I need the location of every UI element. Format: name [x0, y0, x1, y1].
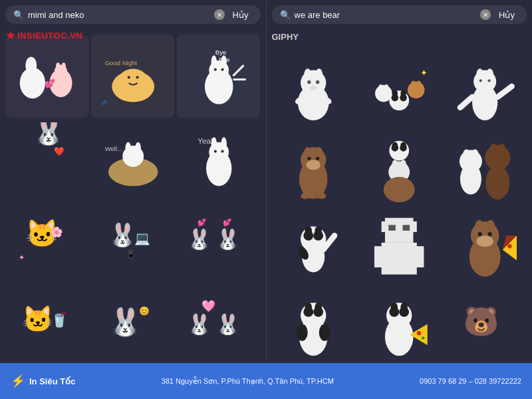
svg-point-31: [125, 142, 131, 154]
logo: ★ INSIEUTOC.VN: [5, 28, 82, 43]
svg-point-105: [463, 149, 470, 159]
right-cancel-button[interactable]: Hủy: [495, 10, 519, 20]
svg-point-4: [27, 68, 37, 78]
svg-point-107: [460, 163, 481, 194]
svg-point-36: [211, 137, 217, 150]
sticker-item[interactable]: 🐰 🐰 🩷: [177, 279, 260, 362]
svg-point-82: [479, 80, 482, 82]
logo-bar: ★ INSIEUTOC.VN: [5, 28, 82, 43]
svg-point-38: [213, 150, 216, 152]
svg-point-68: [384, 84, 388, 92]
left-search-input[interactable]: [28, 10, 210, 20]
left-panel: 🔍 ✕ Hủy ★ INSIEUTOC.VN: [0, 0, 267, 363]
svg-point-23: [221, 68, 223, 71]
right-sticker-grid: ✦: [267, 43, 533, 363]
sticker-item[interactable]: 🐻: [444, 283, 527, 363]
svg-point-14: [136, 76, 138, 79]
svg-rect-125: [382, 243, 417, 275]
sticker-item[interactable]: 💕: [5, 35, 88, 118]
svg-point-151: [400, 303, 408, 311]
sticker-item[interactable]: [444, 49, 527, 132]
svg-point-106: [471, 149, 479, 159]
sticker-item[interactable]: Good Night 💤: [91, 35, 174, 118]
svg-point-131: [487, 220, 495, 233]
svg-point-13: [127, 76, 130, 79]
svg-text:🐰: 🐰: [187, 313, 212, 336]
sticker-item[interactable]: Well...: [91, 116, 174, 200]
svg-point-67: [378, 84, 382, 92]
svg-point-91: [307, 156, 311, 160]
right-panel: 🔍 ✕ Hủy GIPHY: [267, 0, 533, 363]
svg-text:🐰: 🐰: [108, 221, 137, 249]
svg-text:🐰: 🐰: [108, 306, 142, 338]
brand-name: In Siêu Tốc: [29, 376, 75, 386]
svg-rect-126: [374, 246, 385, 267]
svg-text:😊: 😊: [138, 305, 149, 316]
svg-point-72: [392, 90, 398, 98]
sticker-item[interactable]: [272, 205, 355, 288]
svg-point-132: [477, 235, 494, 247]
svg-point-103: [384, 177, 415, 202]
svg-rect-123: [388, 225, 396, 231]
svg-text:Bye: Bye: [215, 49, 226, 57]
sticker-item[interactable]: Yeah: [177, 116, 260, 200]
svg-text:💤: 💤: [101, 99, 108, 106]
svg-point-22: [213, 68, 216, 71]
svg-point-83: [488, 80, 491, 82]
sticker-item[interactable]: 🐱 🥤: [5, 279, 88, 362]
sticker-item[interactable]: 🐰 💻 📱: [91, 198, 174, 281]
sticker-item[interactable]: [272, 49, 355, 132]
right-search-input[interactable]: [295, 10, 477, 20]
sticker-item[interactable]: 🐱 🌸 ✦: [5, 198, 88, 281]
svg-line-24: [233, 66, 243, 76]
svg-line-85: [460, 97, 472, 108]
logo-text: INSIEUTOC.VN: [17, 31, 82, 41]
svg-point-81: [487, 69, 494, 80]
svg-point-8: [62, 63, 66, 70]
svg-text:💕: 💕: [222, 218, 231, 227]
svg-text:✦: ✦: [420, 68, 428, 78]
svg-text:🐰: 🐰: [215, 227, 241, 251]
svg-point-73: [400, 90, 406, 98]
svg-point-37: [221, 137, 227, 150]
svg-text:Well...: Well...: [104, 144, 122, 152]
svg-point-115: [305, 226, 312, 235]
svg-point-63: [310, 86, 317, 90]
sticker-item[interactable]: [358, 283, 441, 363]
sticker-item[interactable]: 🐰 🐰 💕 💕: [177, 198, 260, 281]
svg-text:💻: 💻: [134, 231, 150, 246]
sticker-item[interactable]: [358, 205, 441, 288]
right-clear-button[interactable]: ✕: [480, 9, 491, 20]
svg-point-137: [507, 244, 511, 248]
sticker-item[interactable]: [444, 205, 527, 288]
svg-point-12: [118, 69, 147, 90]
svg-point-111: [485, 166, 509, 200]
sticker-item[interactable]: [358, 126, 441, 209]
svg-text:🩷: 🩷: [201, 299, 215, 313]
svg-point-60: [315, 69, 323, 80]
svg-point-144: [297, 324, 308, 341]
svg-rect-122: [410, 221, 417, 232]
sticker-item[interactable]: 🐰 😊: [91, 279, 174, 362]
svg-rect-121: [382, 221, 389, 232]
svg-point-116: [315, 226, 322, 235]
svg-point-154: [422, 336, 424, 339]
footer-brand: ⚡ In Siêu Tốc: [11, 374, 75, 388]
svg-point-134: [488, 232, 492, 236]
left-cancel-button[interactable]: Hủy: [229, 10, 253, 20]
svg-point-88: [304, 147, 311, 157]
svg-point-21: [221, 56, 227, 68]
sticker-item[interactable]: [272, 126, 355, 209]
svg-point-147: [386, 303, 412, 328]
sticker-item[interactable]: ✦: [358, 49, 441, 132]
sticker-item[interactable]: Bye Bye: [177, 35, 260, 118]
right-search-bar: 🔍 ✕ Hủy: [272, 5, 527, 24]
sticker-item[interactable]: [444, 126, 527, 209]
logo-star-icon: ★: [5, 28, 16, 43]
sticker-item[interactable]: [272, 283, 355, 363]
svg-text:🐱: 🐱: [22, 304, 54, 334]
svg-point-7: [56, 63, 60, 70]
left-clear-button[interactable]: ✕: [214, 9, 225, 20]
svg-rect-127: [414, 246, 424, 267]
sticker-item[interactable]: 🐰 ❤️: [5, 116, 88, 200]
